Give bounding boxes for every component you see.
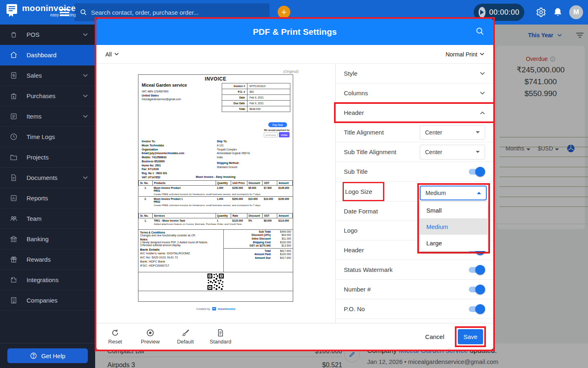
original-tag: (Original) [283,70,298,74]
reset-button[interactable]: Reset [104,329,127,345]
logo-size-label: Logo Size [343,182,384,201]
reset-icon [111,329,119,337]
clock-icon [10,133,18,141]
sidebar-item-projects[interactable]: Projects [0,147,95,168]
sidebar-item-integrations[interactable]: Integrations [0,270,95,290]
chevron-down-icon [83,94,88,98]
sidebar-item-reports[interactable]: Reports [0,188,95,209]
standard-button[interactable]: Standard [209,329,232,345]
terms-notes-bank-block: Terms & Conditions Changes and new funct… [138,230,223,272]
purchase-bag-icon [10,92,18,100]
notifications-bell-icon[interactable] [553,7,563,18]
user-avatar[interactable]: M [569,5,583,19]
sidebar-item-sales[interactable]: Sales [0,65,95,86]
brush-icon [181,329,189,337]
sidebar-item-items[interactable]: Items [0,106,95,127]
chevron-down-icon [83,176,88,180]
basket-icon [10,31,18,38]
cancel-button[interactable]: Cancel [425,333,444,340]
status-watermark-toggle[interactable] [469,267,483,273]
get-help-button[interactable]: Get Help [7,348,88,363]
row-status-watermark: Status Watermark [336,260,493,280]
option-medium[interactable]: Medium [420,218,488,235]
gift-icon [10,256,18,263]
invoice-page: INVOICE Miceal Garden service VAT: ABN 1… [138,74,293,302]
chevron-down-icon [480,53,484,56]
pay-now-button: Pay Now [268,122,287,127]
chevron-down-icon [480,72,485,75]
section-style[interactable]: Style [336,64,493,83]
sidebar-item-purchases[interactable]: Purchases [0,86,95,106]
preview-eye-icon [146,329,154,337]
invoice-to-block: Invoice To: Moon Technolabs Organization… [142,139,215,180]
sidebar-item-documents[interactable]: Documents [0,168,95,188]
invoice-meta-table: Invoice #MTPL001619 P.O. #852 DateFeb 9,… [222,83,290,112]
section-header[interactable]: Header [336,103,493,123]
home-icon [10,51,18,59]
help-icon [30,352,37,359]
hamburger-menu-icon[interactable] [60,7,69,17]
save-button[interactable]: Save [458,329,483,344]
stripe-badge: stripe [279,132,290,137]
chevron-down-icon [83,74,88,77]
sidebar-item-pos[interactable]: POS [0,25,95,45]
default-button[interactable]: Default [174,329,197,345]
mooninvoice-mini-logo [212,307,216,311]
preview-button[interactable]: Preview [139,329,162,345]
row-sub-title: Sub Title [336,162,493,182]
play-icon[interactable] [479,7,486,18]
qr-code-row [138,272,293,291]
modal-header: PDF & Print Settings [96,19,493,45]
chevron-down-icon [480,92,485,95]
amazonpay-badge: amazonpay [264,132,278,137]
chevron-down-icon [114,53,119,56]
po-no-toggle[interactable] [469,306,483,312]
team-icon [10,215,18,222]
section-columns[interactable]: Columns [336,83,493,103]
qr-code [207,273,224,290]
items-list-icon [10,112,18,120]
sidebar-item-team[interactable]: Team [0,209,95,229]
logo-size-menu: Small Medium Large [420,202,488,251]
building-icon [10,296,18,304]
sidebar-item-time-logs[interactable]: Time Logs [0,127,95,147]
all-filter-dropdown[interactable]: All [105,51,119,58]
search-icon [80,9,87,16]
sidebar-item-rewards[interactable]: Rewards [0,249,95,270]
bar-chart-icon [10,194,18,202]
totals-block: Sub Total$449.000 Discount (10%)$44.900 … [223,230,293,272]
created-by-text: Created by [196,307,210,310]
row-number: Number # [336,280,493,299]
sidebar-item-banking[interactable]: Banking [0,229,95,249]
print-mode-dropdown[interactable]: Normal Print [445,51,484,58]
invoice-company-name: Miceal Garden service [142,82,211,88]
invoice-tagline: Moon Invoice - Easy Invoicing [138,175,293,178]
sub-title-toggle[interactable] [469,169,483,175]
title-alignment-select[interactable]: Center [420,125,485,140]
add-button[interactable]: + [278,6,290,18]
search-input[interactable] [91,9,264,16]
invoice-title: INVOICE [138,76,293,82]
modal-search-icon[interactable] [476,27,484,36]
row-logo-size: Logo Size Medium Small Medium Large [336,182,493,201]
number-toggle[interactable] [469,287,483,292]
modal-subheader: All Normal Print [96,45,493,64]
option-small[interactable]: Small [420,202,488,218]
sub-title-alignment-select[interactable]: Center [420,145,485,159]
standard-doc-icon [216,329,225,337]
invoice-preview-pane: (Original) INVOICE Miceal Garden service… [96,64,336,323]
bank-icon [10,235,18,243]
logo-size-select[interactable]: Medium [420,186,487,200]
chevron-down-icon [83,33,88,36]
sidebar-item-dashboard[interactable]: Dashboard [0,45,95,65]
option-large[interactable]: Large [420,235,488,251]
sidebar-divider [0,343,95,343]
settings-pane: Style Columns Header Title Alignment Cen… [336,64,493,323]
row-po-no: P.O. No [336,299,493,319]
sales-doc-icon [10,72,18,79]
sidebar-item-companies[interactable]: Companies [0,290,95,311]
modal-title: PDF & Print Settings [253,27,336,37]
settings-gear-icon[interactable] [536,7,546,18]
accept-payment-text: We accept payment by [264,129,290,131]
document-icon [10,174,18,182]
